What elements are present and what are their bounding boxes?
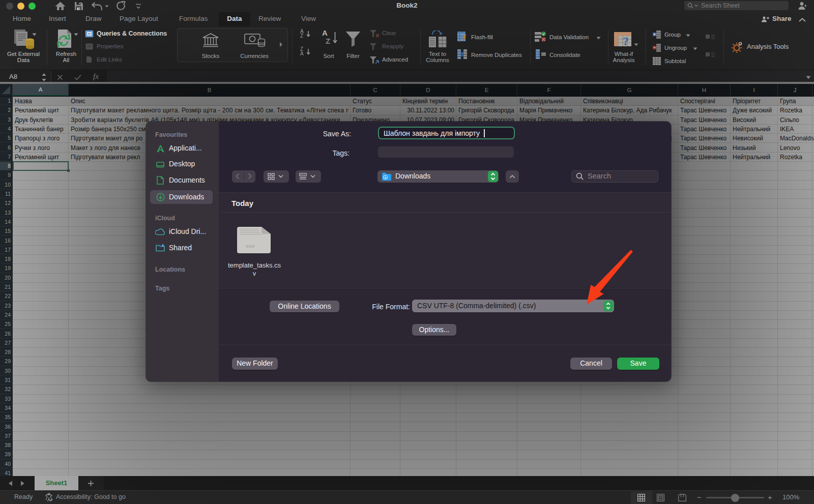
svg-text:csv: csv — [246, 243, 255, 249]
svg-text:?: ? — [623, 35, 629, 48]
